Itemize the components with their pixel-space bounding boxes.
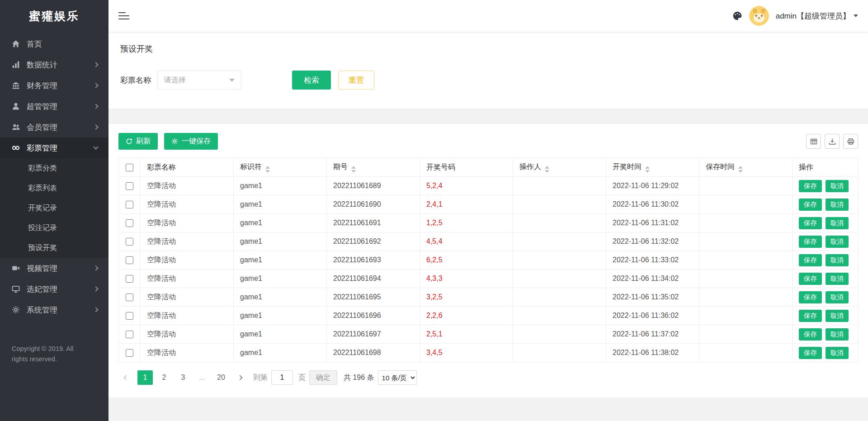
sidebar-item-video[interactable]: 视频管理 (0, 258, 108, 279)
cancel-button[interactable]: 取消 (826, 347, 849, 359)
sidebar-subitem-lottery-category[interactable]: 彩票分类 (0, 158, 108, 178)
cancel-button[interactable]: 取消 (826, 254, 849, 266)
export-icon[interactable] (825, 134, 840, 149)
sidebar-item-label: 首页 (27, 39, 98, 49)
page-size-select[interactable]: 10 条/页 (378, 370, 417, 385)
columns-icon[interactable] (806, 134, 821, 149)
avatar[interactable] (749, 6, 769, 26)
col-identifier: 标识符 (234, 158, 327, 177)
cell-save-time (699, 288, 793, 307)
gear-icon (171, 138, 178, 145)
page-ellipsis: ... (194, 370, 210, 385)
sort-icon[interactable] (545, 166, 549, 173)
cell-operator (513, 195, 606, 214)
sidebar-item-concubine[interactable]: 选妃管理 (0, 279, 108, 299)
chevron-down-icon (93, 144, 98, 149)
page-button[interactable]: 1 (137, 370, 153, 385)
table-row: 空降活动 game1 202211061692 4,5,4 2022-11-06… (119, 232, 858, 251)
cancel-button[interactable]: 取消 (826, 291, 849, 303)
save-all-button[interactable]: 一键保存 (164, 133, 218, 150)
sort-icon[interactable] (351, 166, 356, 173)
row-checkbox[interactable] (126, 275, 133, 283)
column-label: 标识符 (240, 163, 262, 170)
save-button[interactable]: 保存 (799, 328, 822, 341)
print-icon[interactable] (843, 134, 858, 149)
sidebar-item-finance[interactable]: 财务管理 (0, 75, 108, 96)
cancel-button[interactable]: 取消 (826, 199, 849, 211)
cell-identifier: game1 (234, 288, 327, 307)
save-button[interactable]: 保存 (799, 180, 822, 192)
row-checkbox[interactable] (126, 293, 133, 301)
save-button[interactable]: 保存 (799, 310, 822, 322)
sidebar-item-lottery[interactable]: 彩票管理 (0, 137, 108, 158)
save-button[interactable]: 保存 (799, 199, 822, 211)
save-button[interactable]: 保存 (799, 273, 822, 285)
search-button[interactable]: 检索 (292, 71, 331, 90)
table-row: 空降活动 game1 202211061696 2,2,6 2022-11-06… (119, 307, 858, 325)
goto-page-input[interactable] (271, 370, 293, 385)
cancel-button[interactable]: 取消 (826, 310, 849, 322)
confirm-button[interactable]: 确定 (309, 370, 337, 385)
cell-save-time (699, 251, 793, 270)
lottery-name-select[interactable]: 请选择 (157, 71, 241, 90)
save-button[interactable]: 保存 (799, 347, 822, 359)
cancel-button[interactable]: 取消 (826, 236, 849, 248)
row-checkbox[interactable] (126, 256, 133, 264)
row-checkbox[interactable] (126, 238, 133, 246)
cell-draw-time: 2022-11-06 11:34:02 (606, 270, 699, 288)
row-checkbox[interactable] (126, 349, 133, 357)
column-label: 开奖时间 (613, 163, 642, 170)
chevron-right-icon (93, 307, 98, 312)
sidebar-toggle-icon[interactable] (118, 10, 129, 22)
save-button[interactable]: 保存 (799, 236, 822, 248)
reset-button[interactable]: 重置 (338, 71, 374, 90)
sort-icon[interactable] (265, 166, 270, 173)
refresh-button[interactable]: 刷新 (118, 133, 158, 150)
sidebar-item-system[interactable]: 系统管理 (0, 299, 108, 320)
next-page-button[interactable] (232, 370, 248, 385)
cancel-button[interactable]: 取消 (826, 180, 849, 192)
save-button[interactable]: 保存 (799, 291, 822, 303)
sidebar-item-superadmin[interactable]: 超管管理 (0, 96, 108, 117)
sidebar-subitem-lottery-list[interactable]: 彩票列表 (0, 178, 108, 198)
row-checkbox[interactable] (126, 201, 133, 208)
table-header-row: 彩票名称 标识符 期号 开奖号码 操作人 开奖时间 保存时间 操作 (119, 158, 858, 177)
sidebar-menu: 首页 数据统计 财务管理 超管管理 会员管理 (0, 33, 108, 320)
sidebar-subitem-preset-draw[interactable]: 预设开奖 (0, 238, 108, 258)
sidebar-item-stats[interactable]: 数据统计 (0, 54, 108, 75)
sidebar-item-home[interactable]: 首页 (0, 33, 108, 54)
cell-identifier: game1 (234, 307, 327, 325)
col-lottery-name: 彩票名称 (141, 158, 234, 177)
sidebar-subitem-draw-records[interactable]: 开奖记录 (0, 198, 108, 218)
select-placeholder: 请选择 (164, 76, 186, 85)
cancel-button[interactable]: 取消 (826, 273, 849, 285)
sort-icon[interactable] (738, 166, 743, 173)
sidebar-subitem-bet-records[interactable]: 投注记录 (0, 218, 108, 238)
page-button[interactable]: 20 (213, 370, 229, 385)
lottery-rings-icon (11, 143, 21, 152)
save-button[interactable]: 保存 (799, 217, 822, 229)
cell-operator (513, 288, 606, 307)
col-issue: 期号 (327, 158, 420, 177)
row-checkbox[interactable] (126, 312, 133, 320)
cell-issue: 202211061698 (327, 344, 420, 362)
row-checkbox[interactable] (126, 182, 133, 190)
user-menu[interactable]: admin【超级管理员】 (776, 11, 858, 21)
page-button[interactable]: 2 (156, 370, 172, 385)
cancel-button[interactable]: 取消 (826, 328, 849, 341)
cancel-button[interactable]: 取消 (826, 217, 849, 229)
chevron-down-icon (229, 79, 235, 82)
cell-save-time (699, 195, 793, 214)
row-checkbox[interactable] (126, 331, 133, 338)
save-button[interactable]: 保存 (799, 254, 822, 266)
prev-page-button[interactable] (118, 370, 134, 385)
select-all-checkbox[interactable] (126, 164, 133, 171)
main-scroll[interactable]: 预设开奖 彩票名称 请选择 检索 重置 刷新 (108, 32, 868, 421)
cell-draw-numbers: 2,2,6 (420, 307, 513, 325)
sort-icon[interactable] (645, 166, 650, 173)
page-button[interactable]: 3 (175, 370, 191, 385)
sidebar-item-members[interactable]: 会员管理 (0, 117, 108, 137)
row-checkbox[interactable] (126, 219, 133, 227)
theme-palette-icon[interactable] (732, 11, 742, 21)
pagination-bar: 1 2 3 ... 20 到第 页 确定 共 196 条 10 条/页 (118, 370, 858, 385)
